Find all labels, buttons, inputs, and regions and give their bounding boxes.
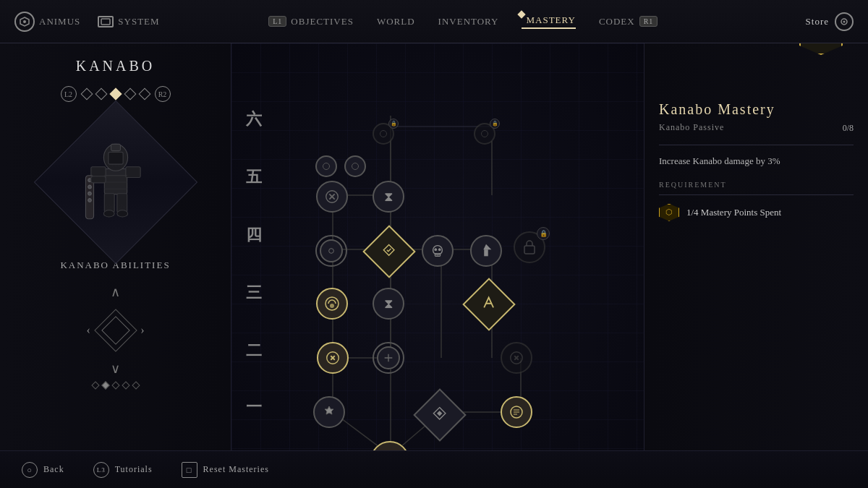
weapon-nav: ∧ ‹ › ∨ xyxy=(87,286,145,375)
node-circle-4-4[interactable] xyxy=(470,235,502,267)
animus-icon xyxy=(14,12,35,32)
node-small-a[interactable] xyxy=(315,155,337,177)
mastery-title: Kanabo Mastery xyxy=(659,101,854,118)
back-label: Back xyxy=(43,464,64,475)
node-5-1[interactable] xyxy=(316,181,348,213)
requirement-text: 1/4 Mastery Points Spent xyxy=(686,207,781,218)
l2-button[interactable]: L2 xyxy=(61,86,77,102)
node-circle-2-3[interactable] xyxy=(501,342,532,374)
node-4-3[interactable] xyxy=(422,235,454,267)
node-2-1[interactable] xyxy=(317,342,349,374)
node-diamond-4-2[interactable] xyxy=(362,225,416,278)
node-2-2[interactable] xyxy=(373,342,404,374)
divider-1 xyxy=(659,145,854,145)
node-3-2[interactable]: ⧗ xyxy=(373,288,404,320)
r1-tag: R1 xyxy=(639,16,658,27)
tab-inventory[interactable]: Inventory xyxy=(438,16,499,27)
node-1-1[interactable] xyxy=(313,396,345,428)
requirement-label: REQUIREMENT xyxy=(659,181,854,189)
double-node-group xyxy=(315,155,366,177)
node-circle-6-2[interactable]: 🔒 xyxy=(474,123,495,145)
svg-rect-2 xyxy=(101,19,110,25)
node-circle-4-5[interactable]: 🔒 xyxy=(514,231,545,263)
node-1-3[interactable] xyxy=(501,396,532,428)
lock-icon: 🔒 xyxy=(537,227,550,240)
skill-tree: 六 五 四 三 二 一 習得 xyxy=(231,43,644,488)
right-panel-content: Kanabo Mastery Kanabo Passive 0/8 Increa… xyxy=(659,101,854,221)
node-6-2[interactable]: 🔒 xyxy=(474,123,495,145)
node-diamond-1-2[interactable] xyxy=(413,388,467,442)
nav-right-arrow[interactable]: › xyxy=(140,324,144,337)
node-5-2[interactable]: ⧗ xyxy=(373,181,404,213)
svg-point-57 xyxy=(434,248,437,251)
svg-point-18 xyxy=(88,192,91,195)
node-circle-2-1[interactable] xyxy=(317,342,349,374)
node-circle-5-1[interactable] xyxy=(316,181,348,213)
nav-down-arrow[interactable]: ∨ xyxy=(111,362,120,375)
tab-mastery[interactable]: Mastery xyxy=(522,14,575,29)
node-hourglass-3-2[interactable]: ⧗ xyxy=(373,288,404,320)
store-button[interactable]: Store xyxy=(806,12,854,31)
world-label: World xyxy=(377,16,415,27)
nav-left-arrow[interactable]: ‹ xyxy=(87,324,90,337)
node-circle-3-1[interactable] xyxy=(316,288,348,320)
reset-label: Reset Masteries xyxy=(203,464,269,475)
node-circle-1-3[interactable] xyxy=(501,396,532,428)
node-1-2[interactable] xyxy=(421,396,459,434)
reset-button[interactable]: □ Reset Masteries xyxy=(182,462,269,478)
node-4-1[interactable] xyxy=(315,235,347,267)
hex-icon: ⬡ xyxy=(659,204,679,221)
reset-icon: □ xyxy=(182,462,197,478)
svg-rect-11 xyxy=(104,194,114,213)
mastery-subtitle: Kanabo Passive xyxy=(659,122,724,133)
svg-rect-9 xyxy=(111,144,120,150)
animus-nav[interactable]: Animus xyxy=(14,12,80,32)
tab-objectives[interactable]: L1 Objectives xyxy=(268,16,354,27)
left-panel: KANABO L2 R2 xyxy=(0,43,231,488)
nav-up-arrow[interactable]: ∧ xyxy=(111,286,120,299)
objectives-label: Objectives xyxy=(291,16,354,27)
node-circle-6-1[interactable]: 🔒 xyxy=(373,123,394,145)
node-circle-4-3[interactable] xyxy=(422,235,454,267)
svg-point-54 xyxy=(329,249,334,254)
svg-point-13 xyxy=(103,210,114,217)
mastery-description: Increase Kanabo damage by 3% xyxy=(659,154,854,169)
system-nav[interactable]: System xyxy=(98,16,159,27)
node-3-3[interactable] xyxy=(470,286,508,323)
back-button[interactable]: ○ Back xyxy=(22,462,64,478)
r2-button[interactable]: R2 xyxy=(155,86,171,102)
node-4-4[interactable] xyxy=(470,235,502,267)
right-panel: Kanabo Mastery Kanabo Passive 0/8 Increa… xyxy=(644,43,868,488)
inventory-label: Inventory xyxy=(438,16,499,27)
node-circle-1-1[interactable] xyxy=(313,396,345,428)
node-diamond-3-3[interactable] xyxy=(462,278,516,331)
svg-rect-60 xyxy=(524,246,535,254)
store-label: Store xyxy=(806,16,829,27)
nav-left: Animus System xyxy=(14,12,160,32)
l1-tag: L1 xyxy=(268,16,286,27)
system-icon xyxy=(98,16,114,27)
node-small-b[interactable] xyxy=(344,155,366,177)
nav-dot-5 xyxy=(132,381,140,389)
svg-rect-5 xyxy=(104,169,127,194)
svg-point-4 xyxy=(843,20,846,22)
node-2-3[interactable] xyxy=(501,342,532,374)
node-4-2[interactable] xyxy=(370,233,408,270)
nav-dot-2 xyxy=(101,381,109,389)
node-4-5[interactable]: 🔒 xyxy=(514,231,545,263)
tab-codex[interactable]: Codex R1 xyxy=(599,16,658,27)
tab-world[interactable]: World xyxy=(377,16,415,27)
row-label-1: 一 xyxy=(246,396,262,418)
weapon-art xyxy=(54,121,177,244)
lock-icon-6-1: 🔒 xyxy=(388,119,399,129)
svg-point-17 xyxy=(88,185,91,189)
node-hourglass-5-2[interactable]: ⧗ xyxy=(373,181,404,213)
nav-dot-3 xyxy=(111,381,119,389)
node-5-top-1[interactable] xyxy=(315,155,366,177)
node-6-1[interactable]: 🔒 xyxy=(373,123,394,145)
svg-rect-7 xyxy=(125,167,140,178)
tutorials-button[interactable]: L3 Tutorials xyxy=(93,462,153,478)
dot-4 xyxy=(124,88,136,100)
row-label-3: 三 xyxy=(246,282,262,304)
node-3-1[interactable] xyxy=(316,288,348,320)
